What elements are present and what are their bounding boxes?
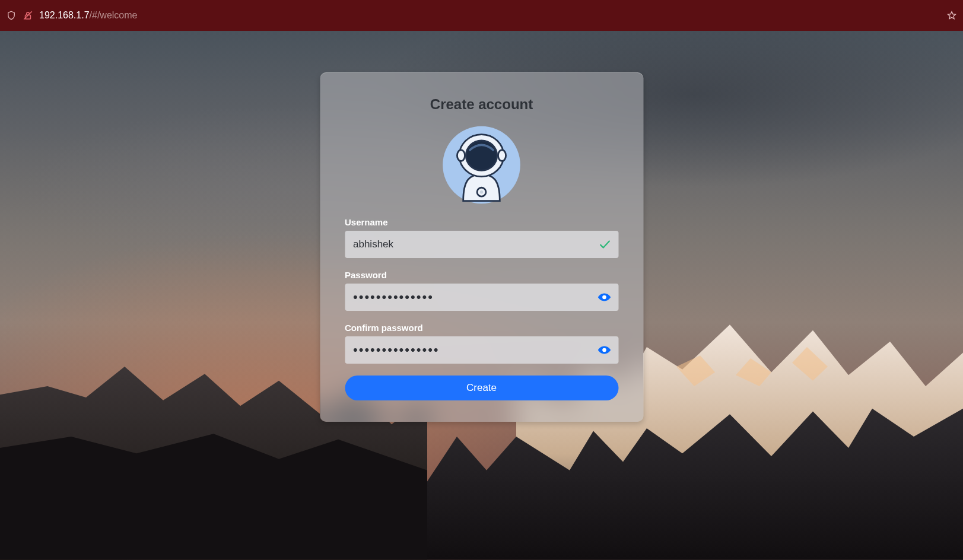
star-icon[interactable] [946,10,957,21]
url-path: /#/welcome [90,10,138,20]
eye-icon[interactable] [597,290,611,304]
url-host: 192.168.1.7 [39,10,90,20]
card-title: Create account [345,96,618,113]
create-button[interactable]: Create [345,376,618,400]
username-label: Username [345,217,618,227]
password-input[interactable] [345,284,618,311]
password-label: Password [345,270,618,280]
confirm-password-label: Confirm password [345,323,618,333]
svg-point-4 [480,190,484,194]
check-icon [598,238,611,251]
page-background: Create account Username [0,31,963,560]
insecure-lock-icon [23,10,33,21]
svg-point-10 [602,348,606,352]
eye-icon[interactable] [597,343,611,357]
astronaut-avatar-icon [345,123,618,206]
shield-icon [6,10,17,21]
svg-point-6 [457,150,465,161]
create-account-card: Create account Username [320,72,643,422]
confirm-password-input[interactable] [345,336,618,364]
url-text[interactable]: 192.168.1.7/#/welcome [39,10,137,21]
svg-point-7 [498,150,506,161]
svg-point-9 [602,295,606,300]
browser-address-bar: 192.168.1.7/#/welcome [0,0,963,31]
username-input[interactable] [345,231,618,258]
